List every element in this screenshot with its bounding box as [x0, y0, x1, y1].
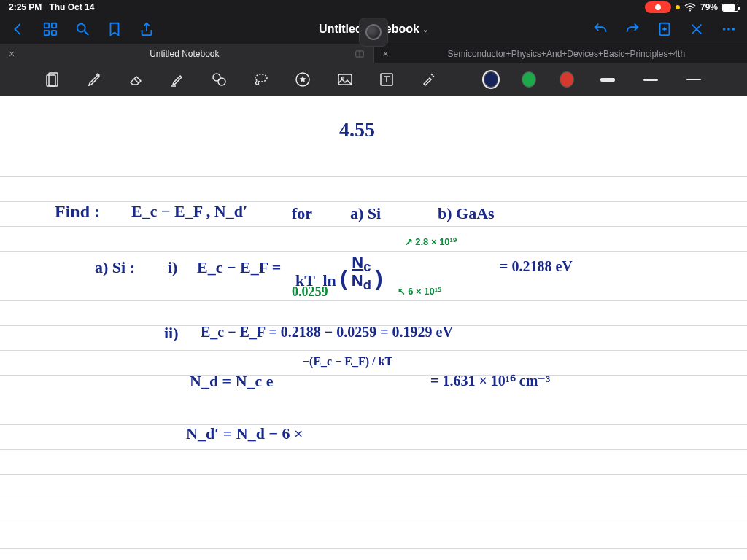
- bookmark-icon[interactable]: [107, 21, 123, 37]
- svg-rect-12: [47, 75, 55, 86]
- svg-rect-2: [52, 23, 56, 28]
- notebook-page[interactable]: 4.55 Find : E_c − E_F , N_d′ for a) Si b…: [0, 96, 747, 560]
- hw-problem-number: 4.55: [339, 118, 375, 141]
- redo-icon[interactable]: [624, 21, 640, 37]
- wifi-indicator-dot: [676, 5, 680, 9]
- hw-case-b: b) GaAs: [438, 204, 495, 223]
- lens-icon: [365, 24, 382, 40]
- battery-percent: 79%: [700, 2, 718, 12]
- svg-point-7: [723, 28, 726, 31]
- hw-kt-val: 0.0259: [292, 284, 328, 300]
- hw-ii-expr: E_c − E_F = 0.2188 − 0.0259 = 0.1929 eV: [201, 324, 453, 341]
- line-weight-medium[interactable]: [640, 69, 660, 90]
- color-swatch-green[interactable]: [522, 71, 536, 88]
- tab-notebook[interactable]: × Untitled Notebook: [0, 44, 374, 63]
- hw-find-expr: E_c − E_F , N_d′: [131, 202, 247, 221]
- zoom-lens-button[interactable]: [359, 18, 388, 47]
- search-icon[interactable]: [74, 21, 90, 37]
- tab-close-icon[interactable]: ×: [383, 48, 389, 60]
- battery-icon: [722, 4, 738, 12]
- undo-icon[interactable]: [592, 21, 608, 37]
- hw-a-label: a) Si :: [95, 258, 135, 277]
- dashboard-icon[interactable]: [42, 21, 58, 37]
- tab-label: Untitled Notebook: [20, 49, 348, 59]
- hw-ii-label: ii): [164, 324, 179, 343]
- svg-point-14: [218, 78, 225, 85]
- tab-pdf[interactable]: × Semiconductor+Physics+And+Devices+Basi…: [374, 44, 748, 63]
- pen-tool[interactable]: [85, 69, 104, 90]
- close-icon[interactable]: [689, 21, 705, 37]
- text-tool[interactable]: [377, 69, 395, 90]
- hw-nd-anno: ↖ 6 × 10¹⁵: [398, 286, 441, 298]
- hw-nd-lhs: N_d = N_c e: [190, 372, 274, 391]
- status-time: 2:25 PM: [9, 2, 42, 12]
- line-weight-thick[interactable]: [597, 69, 617, 90]
- add-page-icon[interactable]: [657, 21, 673, 37]
- hw-case-a: a) Si: [350, 204, 381, 223]
- chevron-down-icon: ⌄: [422, 26, 428, 34]
- status-bar: 2:25 PM Thu Oct 14 79%: [0, 0, 747, 15]
- svg-rect-3: [44, 31, 49, 35]
- color-swatch-red[interactable]: [560, 71, 574, 88]
- line-weight-thin[interactable]: [684, 69, 703, 90]
- hw-nd-exp: −(E_c − E_F) / kT: [303, 355, 392, 368]
- image-tool[interactable]: [336, 69, 354, 90]
- svg-point-9: [732, 28, 735, 31]
- hw-i-result: = 0.2188 eV: [500, 258, 573, 275]
- favorites-tool[interactable]: [294, 69, 312, 90]
- hw-for: for: [292, 204, 312, 223]
- laser-tool[interactable]: [419, 69, 437, 90]
- svg-rect-1: [44, 23, 49, 28]
- hw-i-label: i): [168, 258, 177, 277]
- shapes-tool[interactable]: [211, 69, 229, 90]
- tab-label: Semiconductor+Physics+And+Devices+Basic+…: [395, 49, 738, 59]
- lasso-tool[interactable]: [252, 69, 271, 90]
- hw-i-lhs: E_c − E_F =: [197, 258, 281, 277]
- status-date: Thu Oct 14: [49, 2, 94, 12]
- hw-find-label: Find :: [55, 202, 100, 222]
- tab-close-icon[interactable]: ×: [9, 48, 15, 60]
- screen-record-indicator[interactable]: [645, 1, 671, 13]
- back-icon[interactable]: [10, 21, 26, 37]
- svg-point-15: [255, 74, 267, 82]
- share-icon[interactable]: [139, 21, 155, 37]
- more-icon[interactable]: [721, 21, 737, 37]
- hw-nc-anno: ↗ 2.8 × 10¹⁹: [405, 236, 457, 248]
- highlighter-tool[interactable]: [169, 69, 187, 90]
- svg-rect-4: [52, 31, 56, 35]
- hw-nd-prime: N_d′ = N_d − 6 ×: [186, 424, 303, 443]
- page-nav-tool[interactable]: [44, 69, 62, 90]
- svg-point-0: [689, 10, 691, 12]
- wifi-icon: [684, 3, 696, 12]
- tool-strip: [0, 63, 747, 96]
- hw-nd-res: = 1.631 × 10¹⁶ cm⁻³: [430, 372, 550, 389]
- eraser-tool[interactable]: [127, 69, 145, 90]
- split-view-icon[interactable]: [355, 49, 365, 59]
- svg-point-8: [727, 28, 730, 31]
- color-swatch-navy[interactable]: [484, 71, 498, 88]
- svg-point-5: [77, 24, 85, 32]
